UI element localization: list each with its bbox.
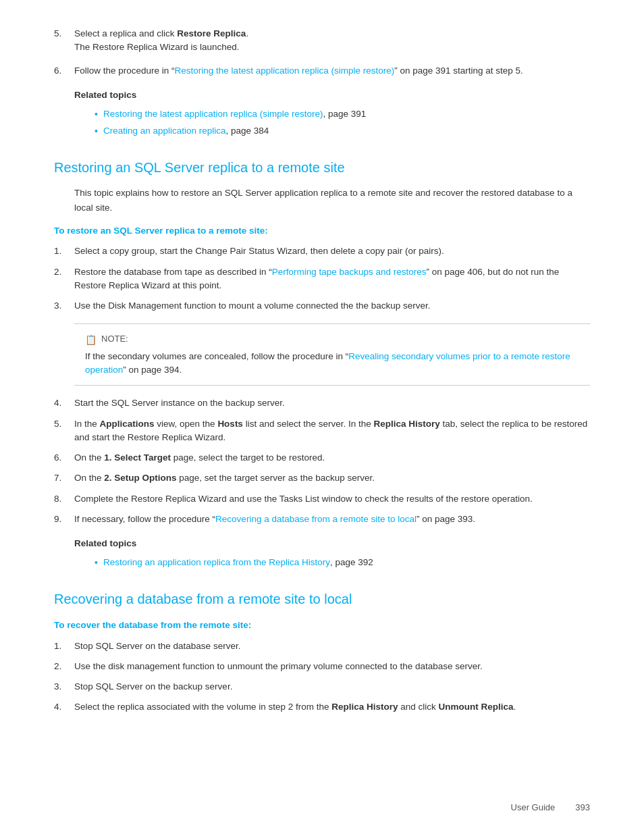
s2-step-num-1: 1. xyxy=(54,640,74,653)
s1-related-link-1[interactable]: Restoring an application replica from th… xyxy=(103,556,330,569)
initial-steps-container: 5. Select a replica and click Restore Re… xyxy=(54,27,590,138)
note-body: If the secondary volumes are concealed, … xyxy=(85,350,579,377)
note-heading-text: NOTE: xyxy=(101,332,128,346)
list-item: Restoring an application replica from th… xyxy=(95,556,590,570)
initial-related-topics: Related topics Restoring the latest appl… xyxy=(74,88,590,138)
note-after-link: ” on page 394. xyxy=(123,365,182,375)
s2-step4-bold1: Replica History xyxy=(331,702,398,712)
s1-step3-text: Use the Disk Management function to moun… xyxy=(74,301,431,311)
s1-step-content-9: If necessary, follow the procedure “Reco… xyxy=(74,513,590,526)
s1-related-topics: Related topics Restoring an application … xyxy=(74,537,590,570)
related-link-1[interactable]: Restoring the latest application replica… xyxy=(103,107,323,121)
s2-step-num-4: 4. xyxy=(54,700,74,714)
s1-step-num-8: 8. xyxy=(54,492,74,506)
s2-step2-text: Use the disk management function to unmo… xyxy=(74,661,483,671)
section2-heading: Recovering a database from a remote site… xyxy=(54,589,590,609)
section1-intro: This topic explains how to restore an SQ… xyxy=(74,186,590,215)
s1-related-topics-list: Restoring an application replica from th… xyxy=(95,556,590,570)
related-suffix-2: , page 384 xyxy=(226,124,269,138)
s1-step-num-2: 2. xyxy=(54,265,74,293)
note-before-link: If the secondary volumes are concealed, … xyxy=(85,351,348,361)
s1-step-item-5: 5. In the Applications view, open the Ho… xyxy=(54,417,590,445)
s2-step-content-2: Use the disk management function to unmo… xyxy=(74,660,590,673)
s1-step7-bold1: 2. Setup Options xyxy=(104,473,176,483)
section1-heading: Restoring an SQL Server replica to a rem… xyxy=(54,157,590,178)
s1-step5-bold3: Replica History xyxy=(374,419,440,429)
s1-step-num-7: 7. xyxy=(54,471,74,485)
related-suffix-1: , page 391 xyxy=(323,107,367,121)
s1-step-num-3: 3. xyxy=(54,299,74,313)
s2-step4-bold2: Unmount Replica xyxy=(439,702,514,712)
s1-step-num-9: 9. xyxy=(54,513,74,526)
s1-step-num-5: 5. xyxy=(54,417,74,445)
step-number-5: 5. xyxy=(54,27,74,57)
page-footer: User Guide 393 xyxy=(511,801,590,814)
s1-step-content-7: On the 2. Setup Options page, set the ta… xyxy=(74,471,590,485)
s1-step-content-5: In the Applications view, open the Hosts… xyxy=(74,417,590,445)
step-item-5: 5. Select a replica and click Restore Re… xyxy=(54,27,590,57)
note-icon: 📋 xyxy=(85,333,97,345)
initial-related-topics-list: Restoring the latest application replica… xyxy=(95,107,590,138)
s1-step2-link[interactable]: Performing tape backups and restores xyxy=(272,267,427,277)
s1-step-num-6: 6. xyxy=(54,451,74,465)
section1-container: Restoring an SQL Server replica to a rem… xyxy=(54,157,590,570)
s1-step-content-6: On the 1. Select Target page, select the… xyxy=(74,451,590,465)
s1-related-suffix-1: , page 392 xyxy=(330,556,373,569)
s1-step-item-3: 3. Use the Disk Management function to m… xyxy=(54,299,590,313)
s1-related-topics-heading: Related topics xyxy=(74,537,590,550)
s1-step-content-4: Start the SQL Server instance on the bac… xyxy=(74,396,590,410)
footer-label: User Guide xyxy=(511,801,556,814)
s1-step-content-1: Select a copy group, start the Change Pa… xyxy=(74,244,590,258)
step6-text-after: ” on page 391 starting at step 5. xyxy=(394,66,523,76)
step5-bold-text: Restore Replica xyxy=(177,28,246,38)
s2-step1-text: Stop SQL Server on the database server. xyxy=(74,641,240,651)
s2-step3-text: Stop SQL Server on the backup server. xyxy=(74,681,232,692)
related-link-2[interactable]: Creating an application replica xyxy=(103,124,226,138)
step-content-6: Follow the procedure in “Restoring the l… xyxy=(74,64,590,78)
s1-step-num-4: 4. xyxy=(54,396,74,410)
step-number-6: 6. xyxy=(54,64,74,78)
s1-step6-bold1: 1. Select Target xyxy=(104,452,171,463)
s1-step9-after: ” on page 393. xyxy=(417,514,475,524)
s1-step-num-1: 1. xyxy=(54,244,74,258)
s1-step-item-6: 6. On the 1. Select Target page, select … xyxy=(54,451,590,465)
s2-step-item-4: 4. Select the replica associated with th… xyxy=(54,700,590,714)
s1-step-item-9: 9. If necessary, follow the procedure “R… xyxy=(54,513,590,526)
s2-step-item-1: 1. Stop SQL Server on the database serve… xyxy=(54,640,590,653)
s1-step9-before: If necessary, follow the procedure “ xyxy=(74,514,215,524)
section2-subsection-heading: To recover the database from the remote … xyxy=(54,619,590,632)
initial-related-topics-heading: Related topics xyxy=(74,88,590,102)
step5-text-after: . xyxy=(246,28,248,38)
page-number: 393 xyxy=(575,801,590,814)
step5-subtext: The Restore Replica Wizard is launched. xyxy=(74,41,590,54)
note-label: 📋 NOTE: xyxy=(85,332,579,346)
s1-step5-bold2: Hosts xyxy=(217,419,243,429)
s2-step-num-2: 2. xyxy=(54,660,74,673)
s1-step5-bold1: Applications xyxy=(100,419,155,429)
step-item-6: 6. Follow the procedure in “Restoring th… xyxy=(54,64,590,78)
section2-container: Recovering a database from a remote site… xyxy=(54,589,590,714)
s1-step-item-8: 8. Complete the Restore Replica Wizard a… xyxy=(54,492,590,506)
s1-step4-text: Start the SQL Server instance on the bac… xyxy=(74,398,285,408)
s2-step-content-4: Select the replica associated with the v… xyxy=(74,700,590,714)
list-item: Creating an application replica, page 38… xyxy=(95,124,590,138)
step-content-5: Select a replica and click Restore Repli… xyxy=(74,27,590,57)
note-box: 📋 NOTE: If the secondary volumes are con… xyxy=(74,323,590,386)
s1-step1-text: Select a copy group, start the Change Pa… xyxy=(74,246,444,256)
s1-step-item-7: 7. On the 2. Setup Options page, set the… xyxy=(54,471,590,485)
step6-link[interactable]: Restoring the latest application replica… xyxy=(175,66,395,76)
step6-text-before: Follow the procedure in “ xyxy=(74,66,175,76)
s1-step8-text: Complete the Restore Replica Wizard and … xyxy=(74,494,533,504)
s2-step-content-1: Stop SQL Server on the database server. xyxy=(74,640,590,653)
s1-step-item-1: 1. Select a copy group, start the Change… xyxy=(54,244,590,258)
list-item: Restoring the latest application replica… xyxy=(95,107,590,122)
s1-step9-link[interactable]: Recovering a database from a remote site… xyxy=(215,514,417,524)
section1-subsection-heading: To restore an SQL Server replica to a re… xyxy=(54,224,590,238)
s2-step-item-2: 2. Use the disk management function to u… xyxy=(54,660,590,673)
s2-step-num-3: 3. xyxy=(54,680,74,694)
s1-step-item-4: 4. Start the SQL Server instance on the … xyxy=(54,396,590,410)
s1-step-content-8: Complete the Restore Replica Wizard and … xyxy=(74,492,590,506)
s1-step-content-2: Restore the database from tape as descri… xyxy=(74,265,590,293)
s2-step-item-3: 3. Stop SQL Server on the backup server. xyxy=(54,680,590,694)
step5-text-before: Select a replica and click xyxy=(74,28,177,38)
